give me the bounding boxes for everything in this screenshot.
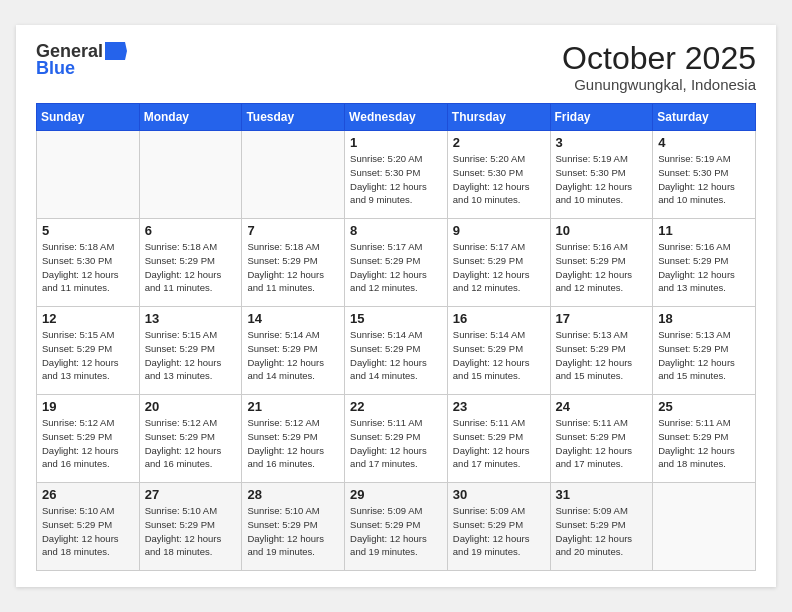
calendar-day-cell: 23Sunrise: 5:11 AM Sunset: 5:29 PM Dayli… — [447, 395, 550, 483]
day-number: 1 — [350, 135, 442, 150]
calendar-day-cell — [139, 131, 242, 219]
calendar-week-row: 19Sunrise: 5:12 AM Sunset: 5:29 PM Dayli… — [37, 395, 756, 483]
calendar-day-cell: 10Sunrise: 5:16 AM Sunset: 5:29 PM Dayli… — [550, 219, 653, 307]
day-info: Sunrise: 5:20 AM Sunset: 5:30 PM Dayligh… — [453, 152, 545, 207]
logo: General Blue — [36, 41, 127, 79]
day-info: Sunrise: 5:11 AM Sunset: 5:29 PM Dayligh… — [350, 416, 442, 471]
calendar-day-cell: 25Sunrise: 5:11 AM Sunset: 5:29 PM Dayli… — [653, 395, 756, 483]
calendar-day-cell: 29Sunrise: 5:09 AM Sunset: 5:29 PM Dayli… — [345, 483, 448, 571]
logo-blue: Blue — [36, 58, 75, 79]
day-info: Sunrise: 5:12 AM Sunset: 5:29 PM Dayligh… — [145, 416, 237, 471]
day-number: 10 — [556, 223, 648, 238]
day-number: 4 — [658, 135, 750, 150]
weekday-header-cell: Saturday — [653, 104, 756, 131]
calendar-day-cell: 13Sunrise: 5:15 AM Sunset: 5:29 PM Dayli… — [139, 307, 242, 395]
day-number: 8 — [350, 223, 442, 238]
day-number: 13 — [145, 311, 237, 326]
day-info: Sunrise: 5:19 AM Sunset: 5:30 PM Dayligh… — [556, 152, 648, 207]
calendar-table: SundayMondayTuesdayWednesdayThursdayFrid… — [36, 103, 756, 571]
day-number: 31 — [556, 487, 648, 502]
calendar-day-cell: 4Sunrise: 5:19 AM Sunset: 5:30 PM Daylig… — [653, 131, 756, 219]
day-info: Sunrise: 5:15 AM Sunset: 5:29 PM Dayligh… — [145, 328, 237, 383]
day-number: 2 — [453, 135, 545, 150]
calendar-day-cell: 12Sunrise: 5:15 AM Sunset: 5:29 PM Dayli… — [37, 307, 140, 395]
day-info: Sunrise: 5:12 AM Sunset: 5:29 PM Dayligh… — [42, 416, 134, 471]
weekday-header-cell: Thursday — [447, 104, 550, 131]
day-number: 6 — [145, 223, 237, 238]
calendar-day-cell: 3Sunrise: 5:19 AM Sunset: 5:30 PM Daylig… — [550, 131, 653, 219]
day-number: 12 — [42, 311, 134, 326]
day-number: 5 — [42, 223, 134, 238]
title-section: October 2025 Gunungwungkal, Indonesia — [562, 41, 756, 93]
calendar-day-cell: 9Sunrise: 5:17 AM Sunset: 5:29 PM Daylig… — [447, 219, 550, 307]
day-number: 9 — [453, 223, 545, 238]
calendar-day-cell: 6Sunrise: 5:18 AM Sunset: 5:29 PM Daylig… — [139, 219, 242, 307]
day-info: Sunrise: 5:17 AM Sunset: 5:29 PM Dayligh… — [350, 240, 442, 295]
day-number: 15 — [350, 311, 442, 326]
day-number: 3 — [556, 135, 648, 150]
day-info: Sunrise: 5:13 AM Sunset: 5:29 PM Dayligh… — [556, 328, 648, 383]
day-number: 29 — [350, 487, 442, 502]
calendar-day-cell: 2Sunrise: 5:20 AM Sunset: 5:30 PM Daylig… — [447, 131, 550, 219]
calendar-day-cell: 5Sunrise: 5:18 AM Sunset: 5:30 PM Daylig… — [37, 219, 140, 307]
day-info: Sunrise: 5:16 AM Sunset: 5:29 PM Dayligh… — [556, 240, 648, 295]
header-section: General Blue October 2025 Gunungwungkal,… — [36, 41, 756, 93]
calendar-day-cell: 31Sunrise: 5:09 AM Sunset: 5:29 PM Dayli… — [550, 483, 653, 571]
calendar-day-cell: 8Sunrise: 5:17 AM Sunset: 5:29 PM Daylig… — [345, 219, 448, 307]
month-title: October 2025 — [562, 41, 756, 76]
day-number: 28 — [247, 487, 339, 502]
weekday-header-cell: Wednesday — [345, 104, 448, 131]
calendar-day-cell — [242, 131, 345, 219]
day-number: 16 — [453, 311, 545, 326]
day-info: Sunrise: 5:18 AM Sunset: 5:29 PM Dayligh… — [145, 240, 237, 295]
day-info: Sunrise: 5:09 AM Sunset: 5:29 PM Dayligh… — [556, 504, 648, 559]
calendar-day-cell: 21Sunrise: 5:12 AM Sunset: 5:29 PM Dayli… — [242, 395, 345, 483]
day-info: Sunrise: 5:10 AM Sunset: 5:29 PM Dayligh… — [42, 504, 134, 559]
day-number: 17 — [556, 311, 648, 326]
day-number: 26 — [42, 487, 134, 502]
logo-flag-icon — [105, 42, 127, 60]
calendar-day-cell: 7Sunrise: 5:18 AM Sunset: 5:29 PM Daylig… — [242, 219, 345, 307]
day-number: 18 — [658, 311, 750, 326]
day-info: Sunrise: 5:11 AM Sunset: 5:29 PM Dayligh… — [658, 416, 750, 471]
day-info: Sunrise: 5:20 AM Sunset: 5:30 PM Dayligh… — [350, 152, 442, 207]
day-info: Sunrise: 5:09 AM Sunset: 5:29 PM Dayligh… — [453, 504, 545, 559]
day-info: Sunrise: 5:10 AM Sunset: 5:29 PM Dayligh… — [145, 504, 237, 559]
location-title: Gunungwungkal, Indonesia — [562, 76, 756, 93]
day-number: 30 — [453, 487, 545, 502]
weekday-header-row: SundayMondayTuesdayWednesdayThursdayFrid… — [37, 104, 756, 131]
day-info: Sunrise: 5:18 AM Sunset: 5:29 PM Dayligh… — [247, 240, 339, 295]
day-info: Sunrise: 5:09 AM Sunset: 5:29 PM Dayligh… — [350, 504, 442, 559]
day-number: 20 — [145, 399, 237, 414]
day-number: 14 — [247, 311, 339, 326]
calendar-day-cell: 27Sunrise: 5:10 AM Sunset: 5:29 PM Dayli… — [139, 483, 242, 571]
day-info: Sunrise: 5:11 AM Sunset: 5:29 PM Dayligh… — [453, 416, 545, 471]
day-info: Sunrise: 5:12 AM Sunset: 5:29 PM Dayligh… — [247, 416, 339, 471]
calendar-day-cell: 14Sunrise: 5:14 AM Sunset: 5:29 PM Dayli… — [242, 307, 345, 395]
day-info: Sunrise: 5:14 AM Sunset: 5:29 PM Dayligh… — [453, 328, 545, 383]
day-number: 25 — [658, 399, 750, 414]
calendar-day-cell: 1Sunrise: 5:20 AM Sunset: 5:30 PM Daylig… — [345, 131, 448, 219]
day-info: Sunrise: 5:18 AM Sunset: 5:30 PM Dayligh… — [42, 240, 134, 295]
calendar-day-cell: 16Sunrise: 5:14 AM Sunset: 5:29 PM Dayli… — [447, 307, 550, 395]
day-info: Sunrise: 5:15 AM Sunset: 5:29 PM Dayligh… — [42, 328, 134, 383]
calendar-container: General Blue October 2025 Gunungwungkal,… — [16, 25, 776, 587]
calendar-day-cell: 19Sunrise: 5:12 AM Sunset: 5:29 PM Dayli… — [37, 395, 140, 483]
day-number: 24 — [556, 399, 648, 414]
weekday-header-cell: Friday — [550, 104, 653, 131]
calendar-day-cell: 22Sunrise: 5:11 AM Sunset: 5:29 PM Dayli… — [345, 395, 448, 483]
calendar-week-row: 12Sunrise: 5:15 AM Sunset: 5:29 PM Dayli… — [37, 307, 756, 395]
weekday-header-cell: Monday — [139, 104, 242, 131]
day-number: 23 — [453, 399, 545, 414]
day-number: 21 — [247, 399, 339, 414]
day-info: Sunrise: 5:11 AM Sunset: 5:29 PM Dayligh… — [556, 416, 648, 471]
calendar-day-cell: 28Sunrise: 5:10 AM Sunset: 5:29 PM Dayli… — [242, 483, 345, 571]
calendar-day-cell: 18Sunrise: 5:13 AM Sunset: 5:29 PM Dayli… — [653, 307, 756, 395]
calendar-day-cell: 24Sunrise: 5:11 AM Sunset: 5:29 PM Dayli… — [550, 395, 653, 483]
day-info: Sunrise: 5:19 AM Sunset: 5:30 PM Dayligh… — [658, 152, 750, 207]
calendar-week-row: 5Sunrise: 5:18 AM Sunset: 5:30 PM Daylig… — [37, 219, 756, 307]
day-info: Sunrise: 5:16 AM Sunset: 5:29 PM Dayligh… — [658, 240, 750, 295]
day-number: 7 — [247, 223, 339, 238]
calendar-day-cell: 30Sunrise: 5:09 AM Sunset: 5:29 PM Dayli… — [447, 483, 550, 571]
calendar-day-cell: 17Sunrise: 5:13 AM Sunset: 5:29 PM Dayli… — [550, 307, 653, 395]
